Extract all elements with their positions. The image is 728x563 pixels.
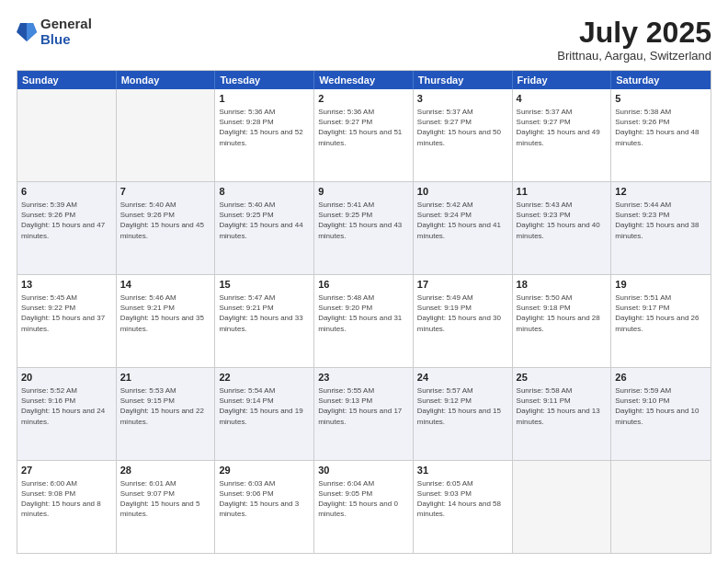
day-info: Sunrise: 5:53 AM Sunset: 9:15 PM Dayligh… [120, 385, 211, 427]
day-cell-15: 15Sunrise: 5:47 AM Sunset: 9:21 PM Dayli… [215, 275, 314, 367]
day-info: Sunrise: 5:40 AM Sunset: 9:26 PM Dayligh… [120, 200, 211, 241]
header-day-monday: Monday [117, 71, 216, 89]
header-day-saturday: Saturday [611, 71, 711, 89]
day-number: 22 [219, 371, 310, 385]
day-number: 18 [517, 278, 608, 292]
calendar-row-2: 13Sunrise: 5:45 AM Sunset: 9:22 PM Dayli… [17, 275, 711, 368]
day-info: Sunrise: 5:37 AM Sunset: 9:27 PM Dayligh… [517, 107, 608, 148]
logo-text: General Blue [40, 17, 92, 47]
day-cell-11: 11Sunrise: 5:43 AM Sunset: 9:23 PM Dayli… [513, 182, 612, 274]
day-cell-14: 14Sunrise: 5:46 AM Sunset: 9:21 PM Dayli… [117, 275, 216, 367]
day-number: 24 [417, 371, 508, 385]
day-cell-3: 3Sunrise: 5:37 AM Sunset: 9:27 PM Daylig… [414, 89, 513, 181]
day-info: Sunrise: 5:46 AM Sunset: 9:21 PM Dayligh… [120, 293, 211, 334]
day-info: Sunrise: 5:50 AM Sunset: 9:18 PM Dayligh… [517, 293, 608, 334]
day-info: Sunrise: 5:36 AM Sunset: 9:27 PM Dayligh… [318, 107, 409, 148]
logo: General Blue [17, 17, 92, 47]
calendar-row-4: 27Sunrise: 6:00 AM Sunset: 9:08 PM Dayli… [17, 461, 711, 553]
day-info: Sunrise: 5:39 AM Sunset: 9:26 PM Dayligh… [21, 200, 112, 241]
day-cell-6: 6Sunrise: 5:39 AM Sunset: 9:26 PM Daylig… [17, 182, 117, 274]
day-cell-23: 23Sunrise: 5:55 AM Sunset: 9:13 PM Dayli… [314, 368, 414, 460]
day-number: 11 [517, 185, 608, 199]
day-cell-16: 16Sunrise: 5:48 AM Sunset: 9:20 PM Dayli… [314, 275, 414, 367]
day-number: 1 [219, 92, 310, 106]
day-info: Sunrise: 5:59 AM Sunset: 9:10 PM Dayligh… [615, 385, 707, 427]
day-cell-20: 20Sunrise: 5:52 AM Sunset: 9:16 PM Dayli… [17, 368, 117, 460]
day-number: 31 [417, 464, 508, 477]
day-info: Sunrise: 6:00 AM Sunset: 9:08 PM Dayligh… [21, 478, 112, 520]
calendar: SundayMondayTuesdayWednesdayThursdayFrid… [17, 70, 711, 554]
day-number: 28 [120, 464, 211, 477]
day-cell-4: 4Sunrise: 5:37 AM Sunset: 9:27 PM Daylig… [513, 89, 612, 181]
day-info: Sunrise: 5:55 AM Sunset: 9:13 PM Dayligh… [318, 385, 409, 427]
day-cell-26: 26Sunrise: 5:59 AM Sunset: 9:10 PM Dayli… [611, 368, 711, 460]
page: General Blue July 2025 Brittnau, Aargau,… [0, 0, 728, 563]
header-day-friday: Friday [513, 71, 612, 89]
day-cell-13: 13Sunrise: 5:45 AM Sunset: 9:22 PM Dayli… [17, 275, 117, 367]
logo-general: General [40, 17, 92, 32]
day-number: 17 [417, 278, 508, 292]
day-cell-25: 25Sunrise: 5:58 AM Sunset: 9:11 PM Dayli… [513, 368, 612, 460]
calendar-row-1: 6Sunrise: 5:39 AM Sunset: 9:26 PM Daylig… [17, 182, 711, 275]
day-cell-28: 28Sunrise: 6:01 AM Sunset: 9:07 PM Dayli… [117, 461, 216, 553]
day-info: Sunrise: 5:49 AM Sunset: 9:19 PM Dayligh… [417, 293, 508, 334]
day-cell-24: 24Sunrise: 5:57 AM Sunset: 9:12 PM Dayli… [414, 368, 513, 460]
day-cell-10: 10Sunrise: 5:42 AM Sunset: 9:24 PM Dayli… [414, 182, 513, 274]
header: General Blue July 2025 Brittnau, Aargau,… [17, 17, 711, 63]
day-info: Sunrise: 5:44 AM Sunset: 9:23 PM Dayligh… [615, 200, 707, 241]
day-info: Sunrise: 5:38 AM Sunset: 9:26 PM Dayligh… [615, 107, 707, 148]
day-info: Sunrise: 5:47 AM Sunset: 9:21 PM Dayligh… [219, 293, 310, 334]
day-number: 6 [21, 185, 112, 199]
day-info: Sunrise: 5:54 AM Sunset: 9:14 PM Dayligh… [219, 385, 310, 427]
day-number: 13 [21, 278, 112, 292]
day-info: Sunrise: 5:58 AM Sunset: 9:11 PM Dayligh… [517, 385, 608, 427]
day-info: Sunrise: 5:41 AM Sunset: 9:25 PM Dayligh… [318, 200, 409, 241]
empty-cell [611, 461, 711, 553]
calendar-header: SundayMondayTuesdayWednesdayThursdayFrid… [17, 71, 711, 89]
day-info: Sunrise: 5:42 AM Sunset: 9:24 PM Dayligh… [417, 200, 508, 241]
day-info: Sunrise: 6:05 AM Sunset: 9:03 PM Dayligh… [417, 478, 508, 520]
day-cell-27: 27Sunrise: 6:00 AM Sunset: 9:08 PM Dayli… [17, 461, 117, 553]
calendar-body: 1Sunrise: 5:36 AM Sunset: 9:28 PM Daylig… [17, 89, 711, 553]
day-number: 2 [318, 92, 409, 106]
day-info: Sunrise: 5:40 AM Sunset: 9:25 PM Dayligh… [219, 200, 310, 241]
header-day-sunday: Sunday [17, 71, 117, 89]
day-cell-22: 22Sunrise: 5:54 AM Sunset: 9:14 PM Dayli… [215, 368, 314, 460]
day-number: 10 [417, 185, 508, 199]
day-cell-29: 29Sunrise: 6:03 AM Sunset: 9:06 PM Dayli… [215, 461, 314, 553]
day-number: 16 [318, 278, 409, 292]
day-number: 8 [219, 185, 310, 199]
calendar-row-0: 1Sunrise: 5:36 AM Sunset: 9:28 PM Daylig… [17, 89, 711, 182]
day-number: 27 [21, 464, 112, 477]
day-cell-9: 9Sunrise: 5:41 AM Sunset: 9:25 PM Daylig… [314, 182, 414, 274]
day-info: Sunrise: 5:48 AM Sunset: 9:20 PM Dayligh… [318, 293, 409, 334]
logo-icon [17, 19, 37, 45]
header-day-thursday: Thursday [414, 71, 513, 89]
day-info: Sunrise: 6:03 AM Sunset: 9:06 PM Dayligh… [219, 478, 310, 520]
header-day-tuesday: Tuesday [215, 71, 314, 89]
svg-marker-1 [27, 23, 37, 41]
logo-blue: Blue [40, 32, 92, 48]
day-number: 21 [120, 371, 211, 385]
day-info: Sunrise: 6:04 AM Sunset: 9:05 PM Dayligh… [318, 478, 409, 520]
day-number: 15 [219, 278, 310, 292]
day-cell-19: 19Sunrise: 5:51 AM Sunset: 9:17 PM Dayli… [611, 275, 711, 367]
day-number: 12 [615, 185, 707, 199]
day-info: Sunrise: 5:45 AM Sunset: 9:22 PM Dayligh… [21, 293, 112, 334]
month-title: July 2025 [557, 17, 711, 49]
day-number: 23 [318, 371, 409, 385]
calendar-row-3: 20Sunrise: 5:52 AM Sunset: 9:16 PM Dayli… [17, 368, 711, 461]
day-number: 14 [120, 278, 211, 292]
day-cell-2: 2Sunrise: 5:36 AM Sunset: 9:27 PM Daylig… [314, 89, 414, 181]
day-number: 4 [517, 92, 608, 106]
day-number: 20 [21, 371, 112, 385]
day-number: 26 [615, 371, 707, 385]
day-number: 3 [417, 92, 508, 106]
day-cell-5: 5Sunrise: 5:38 AM Sunset: 9:26 PM Daylig… [611, 89, 711, 181]
day-number: 29 [219, 464, 310, 477]
day-number: 19 [615, 278, 707, 292]
day-number: 9 [318, 185, 409, 199]
day-info: Sunrise: 5:52 AM Sunset: 9:16 PM Dayligh… [21, 385, 112, 427]
day-number: 30 [318, 464, 409, 477]
header-day-wednesday: Wednesday [314, 71, 414, 89]
